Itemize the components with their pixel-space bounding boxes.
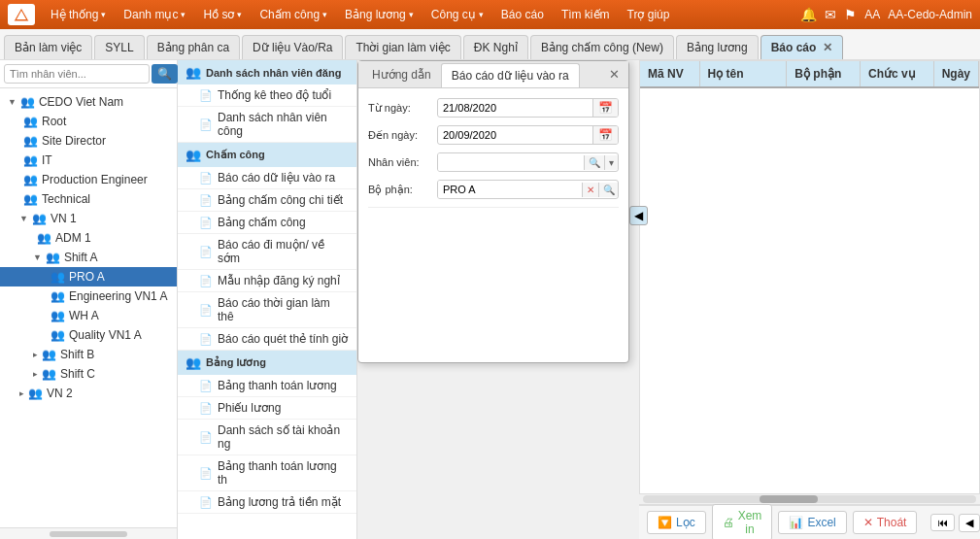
menu-item-bao-cao-thoi-gian[interactable]: 📄 Báo cáo thời gian làm thê <box>178 292 356 328</box>
tab-ban-lam-viec[interactable]: Bản làm việc <box>4 35 92 59</box>
tree-item-shift-c[interactable]: ▸ 👥 Shift C <box>0 364 177 384</box>
menu-item-danh-sach-tai-khoan[interactable]: 📄 Danh sách số tài khoản ng <box>178 420 356 455</box>
tree-item-quality-vn1a[interactable]: 👥 Quality VN1 A <box>0 325 177 345</box>
chevron-down-icon[interactable]: ▾ <box>604 155 618 170</box>
menu-item-bang-cham-cong-chi-tiet[interactable]: 📄 Bảng chấm công chi tiết <box>178 189 356 212</box>
menu-item-bang-cham-cong[interactable]: 📄 Bảng chấm công <box>178 212 356 234</box>
tree-item-pro-a[interactable]: 👥 PRO A <box>0 267 177 286</box>
menu-item-danh-sach-nv[interactable]: 📄 Danh sách nhân viên công <box>178 107 356 143</box>
tree-item-shift-a[interactable]: ▼ 👥 Shift A <box>0 248 177 267</box>
tree-item-engineering-vn1a[interactable]: 👥 Engineering VN1 A <box>0 286 177 306</box>
exit-button[interactable]: ✕ Thoát <box>853 511 918 534</box>
tab-bang-luong[interactable]: Bảng lương <box>676 35 759 59</box>
scroll-track[interactable] <box>643 495 976 503</box>
user-name[interactable]: AA-Cedo-Admin <box>888 8 972 21</box>
tree-item-wha[interactable]: 👥 WH A <box>0 306 177 325</box>
expand-icon: ▸ <box>33 350 38 359</box>
notification-icon[interactable]: 🔔 <box>800 7 817 22</box>
search-icon[interactable]: 🔍 <box>584 155 604 170</box>
nav-bao-cao[interactable]: Báo cáo <box>493 4 552 25</box>
menu-item-bao-cao-di-muon[interactable]: 📄 Báo cáo đi muộn/ về sớm <box>178 234 356 270</box>
tree-item-cedo[interactable]: ▼ 👥 CEDO Viet Nam <box>0 92 177 112</box>
doc-icon: 📄 <box>199 380 213 392</box>
tab-close-icon[interactable]: ✕ <box>823 41 832 54</box>
dialog-tab-huong-dan[interactable]: Hướng dẫn <box>362 63 441 86</box>
scroll-thumb[interactable] <box>760 495 818 503</box>
tree-item-production-engineer[interactable]: 👥 Production Engineer <box>0 170 177 189</box>
employee-input[interactable] <box>438 153 584 171</box>
tree-item-vn2[interactable]: ▸ 👥 VN 2 <box>0 384 177 403</box>
table-header: Mã NV Họ tên Bộ phận Chức vụ Ngày <box>640 61 979 88</box>
clear-icon[interactable]: ✕ <box>582 183 598 197</box>
nav-bang-luong[interactable]: Bảng lương ▾ <box>337 4 422 25</box>
menu-item-bao-cao-quet-the[interactable]: 📄 Báo cáo quét thẻ tính giờ <box>178 328 356 351</box>
nav-tro-giup[interactable]: Trợ giúp <box>620 4 678 25</box>
tree-item-adm1[interactable]: 👥 ADM 1 <box>0 228 177 248</box>
nav-ho-so[interactable]: Hồ sơ ▾ <box>195 4 250 25</box>
tab-bang-cham-cong-new[interactable]: Bảng chấm công (New) <box>530 35 674 59</box>
nav-tim-kiem[interactable]: Tìm kiếm <box>554 4 618 25</box>
to-date-input[interactable] <box>438 126 592 144</box>
menu-item-bao-cao-du-lieu[interactable]: 📄 Báo cáo dữ liệu vào ra <box>178 167 356 189</box>
alert-icon[interactable]: ⚑ <box>844 7 857 22</box>
menu-item-bang-thanh-toan[interactable]: 📄 Bảng thanh toán lương <box>178 375 356 397</box>
tab-bao-cao[interactable]: Báo cáo ✕ <box>760 35 844 59</box>
menu-item-bang-luong-tra-tien[interactable]: 📄 Bảng lương trả tiền mặt <box>178 491 356 514</box>
search-input[interactable] <box>4 64 150 84</box>
doc-icon: 📄 <box>199 431 213 444</box>
prev-page-btn[interactable]: ◀ <box>959 514 980 532</box>
nav-cham-cong[interactable]: Chấm công ▾ <box>252 4 335 25</box>
department-input[interactable] <box>438 181 582 198</box>
menu-section-danh-sach[interactable]: 👥 Danh sách nhân viên đăng <box>178 60 356 84</box>
tab-syll[interactable]: SYLL <box>94 35 144 59</box>
nav-danh-muc[interactable]: Danh mục ▾ <box>116 4 193 25</box>
menu-item-phieu-luong[interactable]: 📄 Phiếu lương <box>178 397 356 420</box>
department-row: Bộ phận: ✕ 🔍 ▾ <box>368 180 619 199</box>
dialog-close-button[interactable]: ✕ <box>604 65 625 84</box>
col-ho-ten: Họ tên <box>700 61 788 86</box>
tree-item-vn1[interactable]: ▼ 👥 VN 1 <box>0 209 177 228</box>
tab-bang-phan-ca[interactable]: Bảng phân ca <box>147 35 240 59</box>
group-icon: 👥 <box>46 251 60 264</box>
search-button[interactable]: 🔍 <box>152 64 178 84</box>
tree-item-site-director[interactable]: 👥 Site Director <box>0 131 177 151</box>
from-date-input[interactable] <box>438 99 592 117</box>
first-page-btn[interactable]: ⏮ <box>930 514 955 531</box>
nav-he-thong-label: Hệ thống <box>51 8 98 21</box>
user-profile[interactable]: AA <box>864 8 880 21</box>
expand-icon: ▼ <box>19 214 28 223</box>
menu-section-bang-luong[interactable]: 👥 Bảng lương <box>178 351 356 375</box>
horizontal-scrollbar[interactable] <box>639 493 980 505</box>
doc-icon: 📄 <box>199 217 213 229</box>
tree-item-it[interactable]: 👥 IT <box>0 151 177 170</box>
tree-item-root[interactable]: 👥 Root <box>0 112 177 131</box>
nav-tim-kiem-label: Tìm kiếm <box>561 8 610 21</box>
tree-item-shift-b[interactable]: ▸ 👥 Shift B <box>0 345 177 364</box>
tree-item-technical[interactable]: 👥 Technical <box>0 189 177 209</box>
dialog-tab-bao-cao[interactable]: Báo cáo dữ liệu vào ra <box>441 63 580 87</box>
calendar-icon[interactable]: 📅 <box>592 99 618 117</box>
menu-section-cham-cong[interactable]: 👥 Chấm công <box>178 143 356 167</box>
nav-he-thong[interactable]: Hệ thống ▾ <box>43 4 114 25</box>
print-button[interactable]: 🖨 Xem in <box>712 504 773 539</box>
calendar-icon[interactable]: 📅 <box>592 126 618 144</box>
message-icon[interactable]: ✉ <box>825 7 836 22</box>
excel-icon: 📊 <box>789 516 803 529</box>
tab-dk-nghi[interactable]: ĐK Nghỉ <box>463 35 528 59</box>
tab-thoi-gian-lam-viec[interactable]: Thời gian làm việc <box>345 35 460 59</box>
menu-item-thong-ke[interactable]: 📄 Thống kê theo độ tuổi <box>178 84 356 107</box>
menu-item-mau-nhap[interactable]: 📄 Mẫu nhập đăng ký nghỉ <box>178 270 356 292</box>
group-icon: 👥 <box>20 95 35 109</box>
excel-button[interactable]: 📊 Excel <box>778 511 846 534</box>
menu-item-bang-thanh-toan-2[interactable]: 📄 Bảng thanh toán lương th <box>178 455 356 491</box>
sidebar-hscroll[interactable] <box>50 531 127 537</box>
search-icon[interactable]: 🔍 <box>598 183 619 197</box>
chevron-down-icon: ▾ <box>322 10 327 19</box>
filter-button[interactable]: 🔽 Lọc <box>647 511 706 534</box>
tab-du-lieu-vao-ra[interactable]: Dữ liệu Vào/Ra <box>242 35 343 59</box>
doc-icon: 📄 <box>199 275 213 287</box>
nav-cong-cu[interactable]: Công cụ ▾ <box>423 4 491 25</box>
table-scroll-area[interactable] <box>640 88 979 502</box>
to-date-row: Đến ngày: 📅 <box>368 125 619 145</box>
dialog-collapse-btn[interactable]: ◀ <box>629 206 648 225</box>
